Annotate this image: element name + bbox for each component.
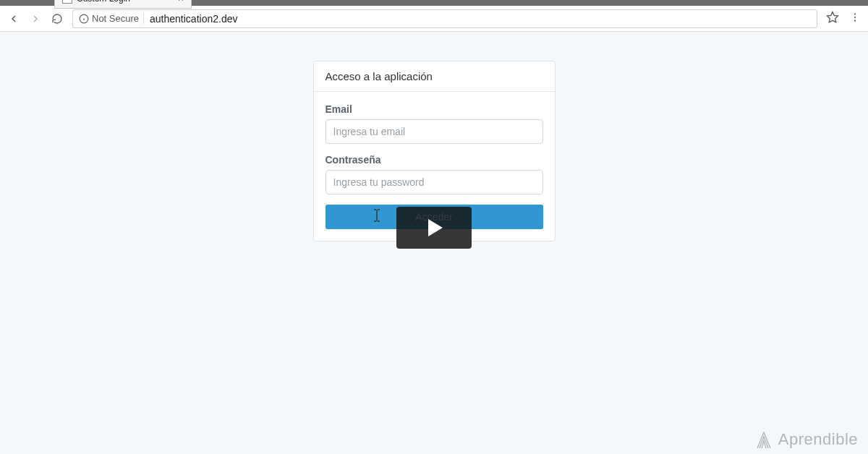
browser-tab[interactable]: Custom Login × [54,0,192,9]
security-badge: Not Secure [79,13,144,24]
play-icon [428,219,443,236]
watermark-text: Aprendible [778,430,858,449]
info-icon [79,14,89,24]
brand-logo-icon [755,429,773,450]
close-icon[interactable]: × [178,0,184,4]
panel-title: Acceso a la aplicación [314,61,555,92]
email-label: Email [326,103,543,115]
email-field[interactable] [326,119,543,144]
svg-point-6 [854,20,856,21]
watermark: Aprendible [755,429,858,450]
video-play-button[interactable] [396,207,472,249]
tab-title: Custom Login [77,0,130,4]
back-button[interactable] [7,12,20,25]
tab-favicon [62,0,72,4]
menu-icon[interactable] [849,12,861,26]
password-label: Contraseña [326,154,543,166]
forward-button[interactable] [29,12,42,25]
star-icon[interactable] [826,11,839,27]
address-bar[interactable]: Not Secure authentication2.dev [72,9,817,28]
browser-toolbar: Not Secure authentication2.dev [0,6,868,32]
password-field[interactable] [326,170,543,194]
security-label: Not Secure [92,13,139,24]
reload-button[interactable] [51,12,64,25]
svg-marker-3 [827,12,838,22]
svg-point-4 [854,13,856,14]
url-text: authentication2.dev [150,13,237,25]
svg-point-5 [854,16,856,17]
